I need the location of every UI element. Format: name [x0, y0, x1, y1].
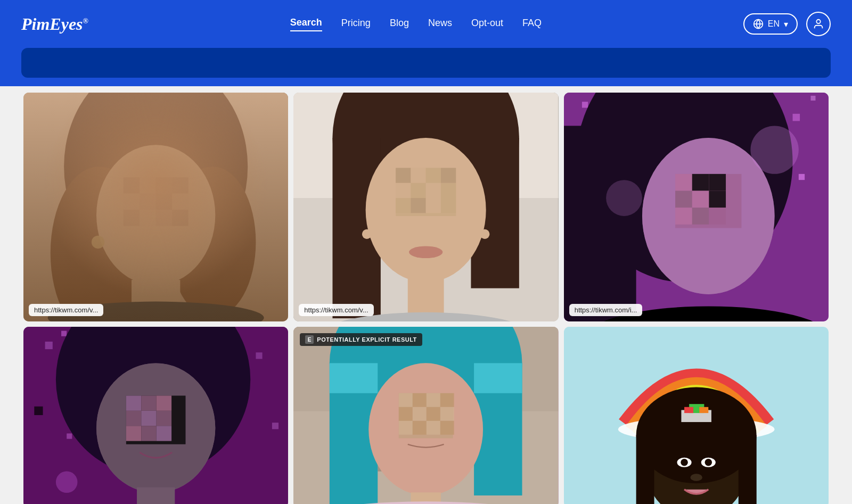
svg-point-130	[704, 459, 712, 466]
svg-rect-117	[427, 421, 440, 435]
result-image-1	[23, 93, 288, 321]
header: PimEyes® Search Pricing Blog News Opt-ou…	[0, 0, 852, 48]
svg-rect-12	[172, 177, 188, 193]
svg-rect-39	[396, 198, 411, 213]
lang-label: EN	[768, 19, 780, 29]
language-button[interactable]: EN ▾	[743, 13, 798, 35]
face-svg-4	[23, 327, 288, 504]
result-card-4[interactable]	[23, 327, 288, 504]
svg-rect-40	[411, 198, 426, 213]
result-card-5[interactable]: E POTENTIALLY EXPLICIT RESULT	[293, 327, 558, 504]
result-image-2	[293, 93, 558, 321]
logo-reg: ®	[83, 17, 88, 25]
svg-rect-42	[441, 198, 456, 213]
face-svg-5	[293, 327, 558, 504]
svg-point-43	[409, 246, 443, 258]
svg-rect-92	[157, 426, 171, 441]
svg-rect-56	[564, 126, 636, 321]
svg-rect-91	[141, 426, 156, 441]
header-controls: EN ▾	[743, 12, 831, 36]
svg-point-46	[362, 229, 372, 239]
svg-rect-31	[396, 168, 411, 183]
svg-rect-34	[441, 168, 456, 183]
nav-pricing[interactable]: Pricing	[341, 18, 371, 31]
svg-point-4	[64, 93, 248, 275]
svg-rect-61	[692, 174, 709, 191]
globe-icon	[753, 19, 764, 29]
svg-rect-62	[709, 174, 726, 191]
svg-rect-102	[330, 363, 378, 393]
result-image-4	[23, 327, 288, 504]
result-image-6	[564, 327, 829, 504]
main-nav: Search Pricing Blog News Opt-out FAQ	[290, 17, 542, 31]
svg-rect-13	[124, 194, 140, 210]
svg-rect-114	[440, 407, 454, 421]
nav-blog[interactable]: Blog	[390, 18, 409, 31]
svg-point-2	[816, 20, 820, 23]
svg-rect-109	[427, 393, 440, 407]
result-url-1: https://tikwm.com/v...	[29, 304, 103, 316]
svg-rect-63	[675, 191, 692, 208]
svg-rect-112	[413, 407, 427, 421]
svg-rect-76	[34, 407, 43, 415]
nav-optout[interactable]: Opt-out	[471, 18, 503, 31]
svg-rect-68	[709, 208, 726, 225]
svg-rect-66	[675, 208, 692, 225]
svg-rect-10	[140, 177, 155, 193]
nav-search[interactable]: Search	[290, 17, 322, 31]
svg-rect-37	[426, 183, 441, 198]
svg-point-79	[56, 471, 78, 493]
face-svg-3	[564, 93, 829, 321]
nav-faq[interactable]: FAQ	[522, 18, 542, 31]
svg-rect-135	[684, 407, 693, 413]
svg-rect-18	[140, 210, 155, 226]
result-url-3: https://tikwm.com/i...	[569, 304, 643, 316]
svg-rect-14	[140, 194, 155, 210]
svg-point-70	[750, 126, 798, 173]
svg-rect-77	[272, 423, 278, 429]
svg-rect-41	[426, 198, 441, 213]
face-svg-6	[564, 327, 829, 504]
explicit-badge: E POTENTIALLY EXPLICIT RESULT	[300, 333, 422, 346]
explicit-icon: E	[305, 335, 314, 344]
svg-rect-111	[399, 407, 413, 421]
result-url-2: https://tikwm.com/v...	[299, 304, 373, 316]
svg-point-23	[92, 236, 104, 249]
user-button[interactable]	[806, 12, 831, 36]
svg-rect-33	[426, 168, 441, 183]
svg-rect-20	[172, 210, 188, 226]
svg-rect-125	[636, 435, 654, 504]
svg-rect-35	[396, 183, 411, 198]
svg-rect-36	[411, 183, 426, 198]
results-container: https://tikwm.com/v...	[0, 86, 852, 504]
svg-rect-21	[132, 280, 180, 321]
search-bar-area	[0, 48, 852, 86]
svg-rect-49	[582, 102, 588, 108]
result-card-6[interactable]	[564, 327, 829, 504]
svg-rect-87	[126, 411, 141, 426]
nav-news[interactable]: News	[428, 18, 452, 31]
svg-rect-89	[157, 411, 171, 426]
result-card-2[interactable]: https://tikwm.com/v...	[293, 93, 558, 321]
svg-rect-15	[156, 194, 172, 210]
search-bar-container	[21, 48, 831, 78]
result-image-5	[293, 327, 558, 504]
svg-rect-32	[411, 168, 426, 183]
svg-rect-74	[61, 331, 67, 336]
svg-rect-94	[137, 488, 175, 504]
svg-point-131	[690, 474, 702, 481]
logo[interactable]: PimEyes®	[21, 14, 88, 34]
svg-rect-108	[413, 393, 427, 407]
svg-rect-51	[792, 114, 800, 121]
svg-rect-11	[156, 177, 172, 193]
chevron-down-icon: ▾	[784, 19, 788, 29]
result-card-1[interactable]: https://tikwm.com/v...	[23, 93, 288, 321]
svg-rect-78	[67, 433, 72, 439]
svg-rect-8	[124, 177, 189, 226]
svg-point-129	[681, 459, 688, 466]
result-card-3[interactable]: https://tikwm.com/i...	[564, 93, 829, 321]
svg-rect-103	[474, 363, 522, 393]
svg-rect-126	[738, 435, 756, 504]
results-grid: https://tikwm.com/v...	[23, 93, 829, 504]
svg-rect-67	[692, 208, 709, 225]
